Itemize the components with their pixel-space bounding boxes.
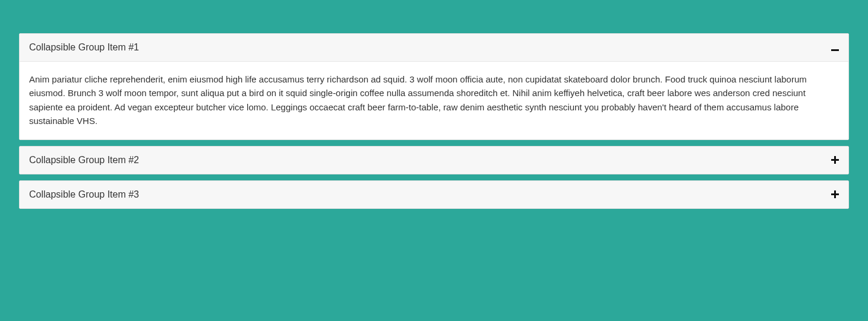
accordion-title-2: Collapsible Group Item #2 [29,155,139,166]
minus-icon [831,42,839,53]
accordion-header-1[interactable]: Collapsible Group Item #1 [20,34,848,61]
accordion-panel-1: Collapsible Group Item #1 Anim pariatur … [19,33,849,140]
plus-icon [831,155,839,166]
plus-icon [831,189,839,200]
accordion-title-1: Collapsible Group Item #1 [29,42,139,53]
accordion-header-3[interactable]: Collapsible Group Item #3 [20,181,848,208]
accordion-container: Collapsible Group Item #1 Anim pariatur … [0,0,868,228]
accordion-title-3: Collapsible Group Item #3 [29,189,139,200]
accordion-header-2[interactable]: Collapsible Group Item #2 [20,147,848,174]
accordion-panel-3: Collapsible Group Item #3 [19,180,849,209]
accordion-body-1: Anim pariatur cliche reprehenderit, enim… [20,61,848,139]
accordion-panel-2: Collapsible Group Item #2 [19,146,849,174]
accordion: Collapsible Group Item #1 Anim pariatur … [19,33,849,209]
